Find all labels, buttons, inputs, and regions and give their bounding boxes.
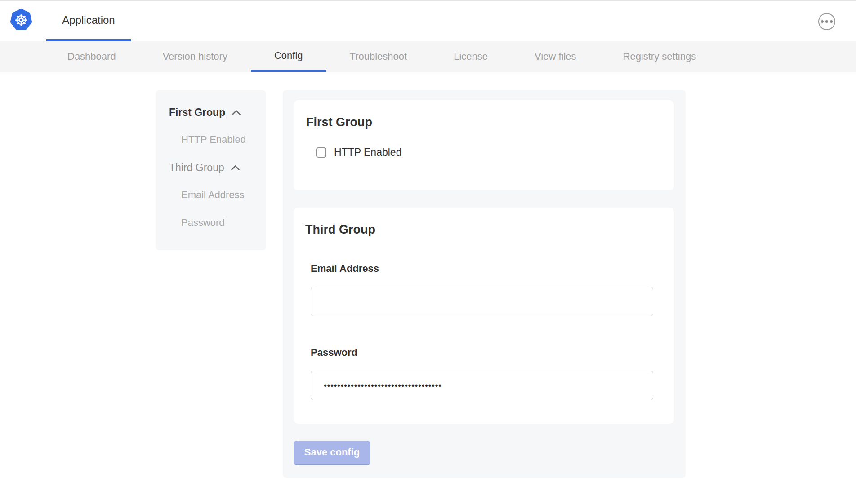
tab-config[interactable]: Config [251,41,326,72]
http-enabled-label[interactable]: HTTP Enabled [334,146,401,159]
tab-troubleshoot[interactable]: Troubleshoot [326,41,431,72]
email-address-input[interactable] [311,287,653,316]
app-root: ☸ Application Dashboard Version history … [0,0,856,504]
top-header: ☸ Application [0,0,856,41]
app-subnav: Dashboard Version history Config Trouble… [0,41,856,72]
sidebar-item-email-address[interactable]: Email Address [181,189,266,201]
save-config-button[interactable]: Save config [294,441,370,465]
tab-registry-settings[interactable]: Registry settings [600,41,720,72]
chevron-up-icon [231,165,240,171]
group-title-third-group: Third Group [305,222,662,237]
http-enabled-checkbox[interactable] [316,147,326,158]
password-label: Password [311,347,662,358]
tab-dashboard[interactable]: Dashboard [44,41,139,72]
config-panel: First Group HTTP Enabled Third Group Ema… [283,90,686,478]
config-page: First Group HTTP Enabled Third Group Ema… [0,72,856,504]
group-title-first-group: First Group [306,115,661,129]
sidebar-group-third-group[interactable]: Third Group [169,162,266,174]
email-address-label: Email Address [311,263,662,274]
config-sidebar: First Group HTTP Enabled Third Group Ema… [156,90,266,250]
sidebar-group-first-group[interactable]: First Group [169,106,266,119]
svg-text:☸: ☸ [14,11,28,29]
kubernetes-logo-icon: ☸ [10,9,32,31]
sidebar-group-third-group-label: Third Group [169,162,224,174]
application-tab[interactable]: Application [46,1,131,41]
config-group-third-group: Third Group Email Address Password [294,208,674,424]
sidebar-item-http-enabled[interactable]: HTTP Enabled [181,134,266,146]
sidebar-group-first-group-label: First Group [169,106,225,119]
sidebar-item-password[interactable]: Password [181,217,266,229]
application-tab-label: Application [62,14,115,27]
ellipsis-menu-icon[interactable] [818,13,835,30]
tab-version-history[interactable]: Version history [139,41,251,72]
tab-license[interactable]: License [430,41,511,72]
chevron-up-icon [232,110,241,115]
tab-view-files[interactable]: View files [511,41,600,72]
config-group-first-group: First Group HTTP Enabled [294,100,674,190]
password-input[interactable] [311,371,653,400]
http-enabled-field: HTTP Enabled [316,146,661,159]
